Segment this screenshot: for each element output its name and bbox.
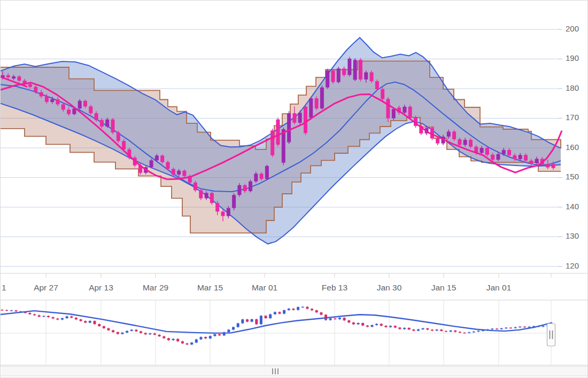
candle-body[interactable]	[50, 99, 54, 102]
candle-body[interactable]	[309, 98, 313, 117]
horizontal-scrollbar[interactable]	[1, 366, 587, 376]
candle-body[interactable]	[160, 155, 164, 162]
candle-body[interactable]	[337, 68, 341, 82]
candle-body[interactable]	[491, 155, 494, 160]
candle-body[interactable]	[529, 161, 533, 163]
candle-body[interactable]	[342, 68, 346, 75]
candle-body[interactable]	[364, 73, 368, 80]
nav-candle-body	[394, 326, 397, 327]
candle-body[interactable]	[56, 99, 60, 104]
candle-body[interactable]	[524, 155, 528, 161]
candle-body[interactable]	[359, 60, 362, 80]
candle-body[interactable]	[507, 150, 511, 155]
candle-body[interactable]	[292, 113, 296, 123]
candle-body[interactable]	[408, 107, 412, 117]
candle-body[interactable]	[331, 70, 335, 82]
candle-body[interactable]	[519, 155, 522, 159]
candle-body[interactable]	[298, 113, 302, 123]
candle-body[interactable]	[199, 190, 203, 198]
candle-body[interactable]	[392, 109, 396, 118]
candle-body[interactable]	[100, 120, 104, 127]
candle-body[interactable]	[12, 76, 16, 78]
candle-body[interactable]	[232, 195, 236, 208]
candle-body[interactable]	[45, 96, 49, 102]
candle-body[interactable]	[304, 107, 307, 133]
nav-candle-body	[213, 334, 216, 336]
y-axis-label: 140	[566, 202, 579, 211]
candle-body[interactable]	[535, 159, 539, 163]
nav-candle-body	[459, 332, 461, 333]
candle-body[interactable]	[67, 109, 71, 114]
navigator-range-handle[interactable]	[547, 324, 555, 346]
candle-body[interactable]	[463, 140, 467, 145]
candle-body[interactable]	[469, 140, 473, 147]
candle-body[interactable]	[177, 171, 181, 175]
candle-body[interactable]	[320, 88, 324, 108]
candle-body[interactable]	[276, 120, 280, 145]
candle-body[interactable]	[326, 70, 329, 88]
nav-candle-body	[398, 328, 401, 329]
candle-body[interactable]	[480, 148, 484, 153]
candle-body[interactable]	[61, 104, 65, 109]
candle-body[interactable]	[89, 106, 92, 113]
stock-chart-canvas[interactable]: 2001901801701601501401301201Apr 27Apr 13…	[1, 1, 587, 377]
candle-body[interactable]	[381, 89, 384, 99]
candle-body[interactable]	[182, 171, 186, 176]
nav-candle-body	[195, 340, 198, 343]
candle-body[interactable]	[254, 174, 258, 181]
candle-body[interactable]	[117, 132, 120, 141]
candle-body[interactable]	[205, 193, 208, 198]
candle-body[interactable]	[502, 150, 506, 154]
candle-body[interactable]	[353, 60, 357, 80]
candle-body[interactable]	[260, 174, 264, 179]
candle-body[interactable]	[287, 113, 291, 142]
candle-body[interactable]	[105, 120, 109, 127]
candle-body[interactable]	[111, 120, 115, 132]
candle-body[interactable]	[485, 148, 489, 155]
candle-body[interactable]	[497, 154, 500, 160]
candle-body[interactable]	[513, 155, 516, 159]
candle-body[interactable]	[447, 132, 451, 137]
nav-candle-body	[227, 330, 230, 333]
candle-body[interactable]	[215, 203, 219, 211]
candle-body[interactable]	[122, 141, 126, 149]
nav-candle-body	[80, 319, 82, 321]
nav-candle-body	[260, 316, 262, 324]
candle-body[interactable]	[270, 130, 274, 155]
candle-body[interactable]	[243, 185, 247, 191]
nav-candle-body	[153, 334, 156, 335]
candle-body[interactable]	[265, 166, 269, 179]
candle-body[interactable]	[552, 164, 555, 168]
candle-body[interactable]	[166, 162, 170, 169]
candle-body[interactable]	[28, 84, 32, 87]
candle-body[interactable]	[227, 208, 230, 216]
candle-body[interactable]	[546, 164, 550, 168]
candle-body[interactable]	[403, 107, 406, 113]
candle-body[interactable]	[17, 76, 21, 81]
candle-body[interactable]	[436, 138, 439, 143]
candle-body[interactable]	[282, 129, 285, 163]
candle-body[interactable]	[237, 185, 241, 195]
candle-body[interactable]	[370, 73, 374, 82]
candle-body[interactable]	[194, 183, 197, 190]
candle-body[interactable]	[458, 139, 461, 145]
candle-body[interactable]	[172, 169, 175, 175]
candle-body[interactable]	[452, 132, 456, 139]
candle-body[interactable]	[150, 160, 153, 167]
candle-body[interactable]	[6, 75, 10, 77]
candle-body[interactable]	[386, 99, 390, 118]
candle-body[interactable]	[34, 87, 37, 92]
candle-body[interactable]	[78, 101, 82, 108]
candle-body[interactable]	[40, 92, 43, 97]
candle-body[interactable]	[155, 155, 159, 160]
candle-body[interactable]	[375, 81, 379, 89]
candle-body[interactable]	[347, 59, 351, 75]
candle-body[interactable]	[83, 101, 87, 107]
nav-candle-body	[5, 310, 8, 311]
candle-body[interactable]	[249, 182, 252, 191]
nav-candle-body	[473, 332, 475, 332]
candle-body[interactable]	[95, 113, 98, 120]
candle-body[interactable]	[210, 193, 214, 203]
candle-body[interactable]	[221, 211, 225, 216]
candle-body[interactable]	[315, 98, 319, 108]
